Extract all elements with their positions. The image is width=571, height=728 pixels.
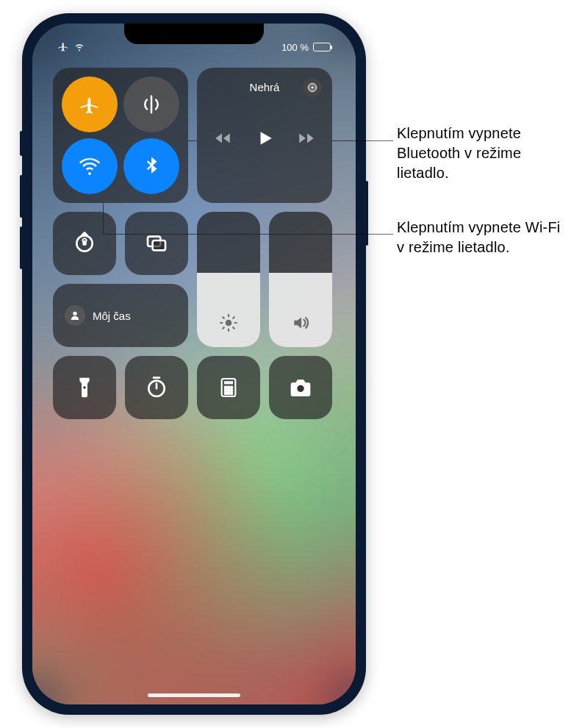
svg-point-9 xyxy=(83,386,85,388)
timer-button[interactable] xyxy=(125,356,188,419)
screen-mirroring-button[interactable] xyxy=(125,212,188,275)
screen: 100 % xyxy=(32,24,356,704)
callout-wifi: Klepnutím vypnete Wi-Fi v režime lietadl… xyxy=(397,218,566,257)
svg-rect-12 xyxy=(224,381,233,384)
airplane-status-icon xyxy=(57,40,69,54)
media-title: Nehrá xyxy=(250,81,280,93)
rotation-lock-button[interactable] xyxy=(53,212,116,275)
focus-label: Môj čas xyxy=(93,310,131,322)
svg-point-16 xyxy=(225,390,227,392)
side-button xyxy=(365,181,368,246)
svg-point-21 xyxy=(231,393,233,395)
home-indicator[interactable] xyxy=(148,693,240,697)
svg-rect-6 xyxy=(153,240,165,250)
battery-percent: 100 % xyxy=(281,42,309,53)
airplane-mode-button[interactable] xyxy=(62,76,118,132)
volume-down-button xyxy=(20,226,23,269)
wifi-status-icon xyxy=(73,40,85,54)
camera-button[interactable] xyxy=(269,356,332,419)
track-back-button[interactable] xyxy=(213,129,232,151)
callout-bluetooth: Klepnutím vypnete Bluetooth v režime lie… xyxy=(397,124,566,183)
media-panel[interactable]: Nehrá xyxy=(197,68,332,203)
calculator-button[interactable] xyxy=(197,356,260,419)
focus-button[interactable]: Môj čas xyxy=(53,284,188,347)
control-center: Nehrá xyxy=(53,68,335,419)
svg-point-17 xyxy=(228,390,230,392)
mute-switch xyxy=(20,131,23,156)
battery-icon xyxy=(313,43,331,51)
brightness-icon xyxy=(219,313,238,335)
iphone-device-frame: 100 % xyxy=(22,13,366,715)
volume-icon xyxy=(291,313,310,335)
track-forward-button[interactable] xyxy=(297,129,316,151)
svg-point-13 xyxy=(225,387,227,389)
brightness-slider[interactable] xyxy=(197,212,260,347)
volume-up-button xyxy=(20,175,23,218)
svg-point-0 xyxy=(311,86,314,89)
svg-point-19 xyxy=(225,393,227,395)
notch xyxy=(124,24,264,44)
svg-point-7 xyxy=(73,312,76,315)
cellular-data-button[interactable] xyxy=(123,76,179,132)
person-icon xyxy=(65,305,85,326)
volume-slider[interactable] xyxy=(269,212,332,347)
svg-point-8 xyxy=(226,320,232,326)
svg-point-14 xyxy=(228,387,230,389)
airplay-button[interactable] xyxy=(303,78,322,97)
svg-point-20 xyxy=(228,393,230,395)
wifi-button[interactable] xyxy=(62,138,118,194)
bluetooth-button[interactable] xyxy=(123,138,179,194)
svg-point-18 xyxy=(231,390,233,392)
svg-point-15 xyxy=(231,387,233,389)
svg-point-22 xyxy=(297,385,304,392)
flashlight-button[interactable] xyxy=(53,356,116,419)
connectivity-panel[interactable] xyxy=(53,68,188,203)
play-button[interactable] xyxy=(255,129,274,151)
